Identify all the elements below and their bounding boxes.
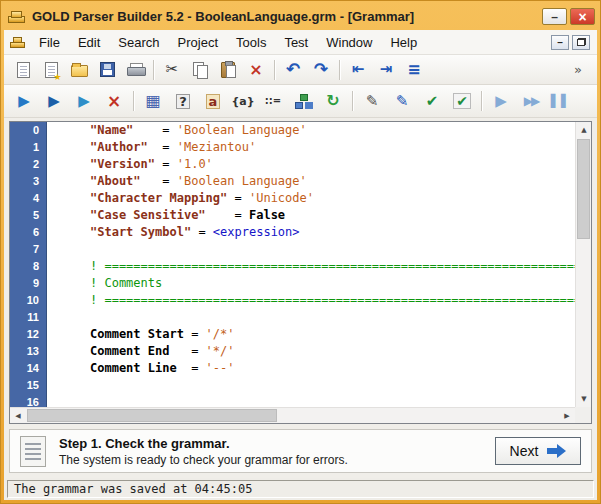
cut-button[interactable]: ✂ (159, 58, 185, 82)
toolbar-separator (352, 91, 353, 111)
vertical-scrollbar[interactable]: ▲ ▼ (575, 122, 591, 407)
mdi-buttons: – (551, 35, 590, 50)
scroll-down-button[interactable]: ▼ (576, 391, 592, 407)
check-grammar-icon: ✔ (426, 94, 439, 109)
outdent-button[interactable]: ⇤ (345, 58, 371, 82)
skip-to-end-button[interactable]: ▶▶ (517, 88, 545, 115)
line-number: 9 (10, 275, 46, 292)
character-set-button[interactable]: {a} (229, 88, 257, 115)
code-line[interactable]: ! Comments (48, 275, 575, 292)
wizard-text: Step 1. Check the grammar. The system is… (59, 436, 348, 467)
terminal-symbol-button[interactable]: a (199, 88, 227, 115)
line-number: 11 (10, 309, 46, 326)
menu-tools[interactable]: Tools (227, 31, 275, 54)
code-line[interactable]: Comment Start = '/*' (48, 326, 575, 343)
code-line[interactable] (48, 309, 575, 326)
scrollbar-corner (575, 407, 591, 423)
code-line[interactable]: "About" = 'Boolean Language' (48, 173, 575, 190)
undo-button[interactable]: ↶ (280, 58, 306, 82)
stop-button[interactable]: × (100, 88, 128, 115)
production-rule-button[interactable]: ::= (259, 88, 287, 115)
code-line[interactable]: "Case Sensitive" = False (48, 207, 575, 224)
toolbar-grammar: ▶▶▶×▦?a{a}::=↻✎✎✔✔▶▶▶▌▌ (4, 85, 597, 118)
code-line[interactable] (48, 241, 575, 258)
play-icon: ▶ (18, 94, 30, 109)
code-line[interactable]: ! ======================================… (48, 292, 575, 309)
unknown-symbol-button[interactable]: ? (169, 88, 197, 115)
code-area[interactable]: "Name" = 'Boolean Language'"Author" = 'M… (48, 122, 575, 407)
check-all-button[interactable]: ✔ (448, 88, 476, 115)
print-button[interactable] (122, 58, 148, 82)
code-line[interactable] (48, 394, 575, 407)
toolbar-standard: ✂×↶↷⇤⇥≡» (4, 55, 597, 85)
save-file-button[interactable] (94, 58, 120, 82)
print-icon (127, 63, 144, 77)
scroll-left-button[interactable]: ◀ (10, 408, 26, 424)
code-line[interactable]: "Character Mapping" = 'Unicode' (48, 190, 575, 207)
edit-grammar-button[interactable]: ✎ (358, 88, 386, 115)
horizontal-scrollbar-thumb[interactable] (27, 409, 277, 422)
toolbar-separator (153, 60, 154, 80)
mdi-restore-button[interactable] (572, 35, 590, 50)
step-forward-icon: ▶ (495, 94, 507, 109)
line-number: 10 (10, 292, 46, 309)
paste-button[interactable] (215, 58, 241, 82)
play-alt-button[interactable]: ▶ (40, 88, 68, 115)
restore-icon (577, 38, 586, 46)
menu-search[interactable]: Search (109, 31, 168, 54)
code-line[interactable]: "Start Symbol" = <expression> (48, 224, 575, 241)
symbol-tree-icon (295, 94, 311, 109)
code-line[interactable]: "Author" = 'Meziantou' (48, 139, 575, 156)
save-file-icon (100, 62, 115, 77)
symbol-table-button[interactable]: ▦ (139, 88, 167, 115)
pause-icon: ▌▌ (551, 95, 571, 107)
step-forward-button[interactable]: ▶ (487, 88, 515, 115)
terminal-symbol-icon: a (206, 94, 221, 109)
code-line[interactable] (48, 377, 575, 394)
code-line[interactable]: "Version" = '1.0' (48, 156, 575, 173)
refresh-button[interactable]: ↻ (319, 88, 347, 115)
new-from-template-button[interactable] (38, 58, 64, 82)
open-file-icon (71, 65, 88, 77)
open-file-button[interactable] (66, 58, 92, 82)
code-line[interactable]: ! ======================================… (48, 258, 575, 275)
line-number: 0 (10, 122, 46, 139)
toolbar-separator (133, 91, 134, 111)
vertical-scrollbar-thumb[interactable] (577, 139, 590, 239)
scroll-up-button[interactable]: ▲ (576, 122, 592, 138)
menu-window[interactable]: Window (317, 31, 381, 54)
edit-test-button[interactable]: ✎ (388, 88, 416, 115)
menu-test[interactable]: Test (275, 31, 317, 54)
close-button[interactable]: × (570, 8, 595, 25)
code-line[interactable]: Comment End = '*/' (48, 343, 575, 360)
play-button[interactable]: ▶ (10, 88, 38, 115)
code-line[interactable]: Comment Line = '--' (48, 360, 575, 377)
line-number: 6 (10, 224, 46, 241)
symbol-tree-button[interactable] (289, 88, 317, 115)
check-grammar-button[interactable]: ✔ (418, 88, 446, 115)
play-document-button[interactable]: ▶ (70, 88, 98, 115)
statusbar: The grammar was saved at 04:45:05 (5, 478, 596, 500)
grammar-editor[interactable]: 012345678910111213141516 "Name" = 'Boole… (9, 121, 592, 424)
horizontal-scrollbar[interactable]: ◀ ▶ (10, 407, 575, 423)
new-document-button[interactable] (10, 58, 36, 82)
toolbar-overflow-button[interactable]: » (565, 58, 591, 82)
code-line[interactable]: "Name" = 'Boolean Language' (48, 122, 575, 139)
menu-project[interactable]: Project (169, 31, 227, 54)
pause-button[interactable]: ▌▌ (547, 88, 575, 115)
copy-button[interactable] (187, 58, 213, 82)
minimize-button[interactable]: – (542, 8, 567, 25)
mdi-minimize-button[interactable]: – (551, 35, 569, 50)
format-source-button[interactable]: ≡ (401, 58, 427, 82)
edit-grammar-icon: ✎ (366, 94, 379, 109)
scroll-right-button[interactable]: ▶ (559, 408, 575, 424)
character-set-icon: {a} (231, 96, 254, 107)
delete-button[interactable]: × (243, 58, 269, 82)
menu-file[interactable]: File (30, 31, 69, 54)
menu-help[interactable]: Help (381, 31, 426, 54)
mdi-document-icon (10, 35, 26, 49)
indent-button[interactable]: ⇥ (373, 58, 399, 82)
next-button[interactable]: Next (495, 437, 581, 465)
menu-edit[interactable]: Edit (69, 31, 109, 54)
redo-button[interactable]: ↷ (308, 58, 334, 82)
